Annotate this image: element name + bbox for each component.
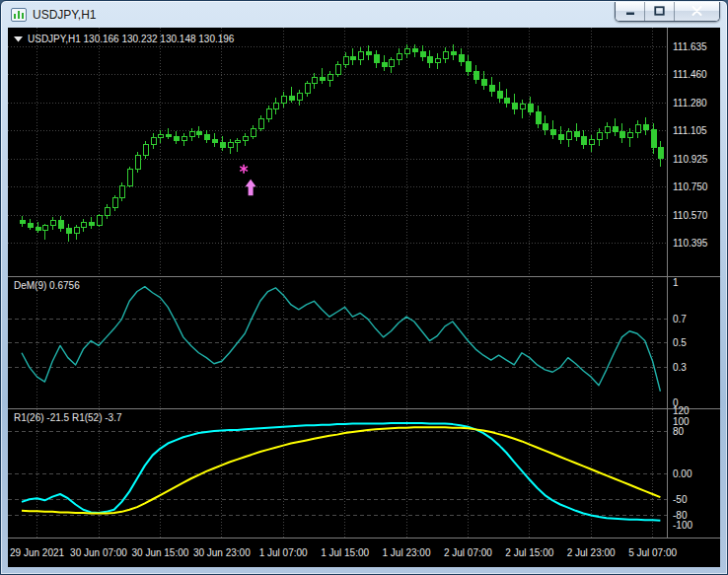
ohlc-info: USDJPY,H1 130.166 130.232 130.148 130.19…	[28, 34, 235, 44]
demarker-label: DeM(9) 0.6756	[14, 280, 80, 291]
svg-text:0.3: 0.3	[673, 362, 687, 373]
chart-background	[8, 28, 720, 567]
svg-text:2 Jul 07:00: 2 Jul 07:00	[444, 547, 492, 558]
minimize-icon	[625, 6, 635, 16]
oscillator-label: R1(26) -21.5 R1(52) -3.7	[14, 412, 122, 423]
svg-text:0.7: 0.7	[673, 314, 687, 324]
svg-text:0.00: 0.00	[673, 468, 692, 479]
mt4-chart-window: USDJPY,H1 111.635111.460111.280111.10511…	[0, 0, 728, 575]
chart-window-icon	[11, 7, 27, 23]
svg-text:111.280: 111.280	[673, 98, 707, 108]
maximize-icon	[654, 6, 665, 16]
minimize-button[interactable]	[616, 2, 644, 21]
window-controls	[615, 2, 720, 22]
svg-text:1 Jul 15:00: 1 Jul 15:00	[321, 547, 369, 558]
svg-text:110.925: 110.925	[673, 154, 708, 165]
window-titlebar[interactable]: USDJPY,H1	[8, 1, 720, 28]
svg-text:110.570: 110.570	[673, 210, 708, 221]
svg-text:-50: -50	[673, 494, 688, 505]
svg-text:29 Jun 2021: 29 Jun 2021	[10, 547, 64, 558]
svg-text:-80: -80	[673, 510, 688, 521]
chart-area: 111.635111.460111.280111.105110.925110.7…	[8, 28, 720, 571]
svg-text:2 Jul 15:00: 2 Jul 15:00	[505, 547, 553, 558]
svg-text:5 Jul 07:00: 5 Jul 07:00	[628, 547, 677, 558]
svg-text:120: 120	[673, 405, 690, 416]
maximize-button[interactable]	[644, 2, 674, 21]
svg-text:80: 80	[673, 426, 685, 437]
close-icon	[692, 6, 702, 16]
svg-text:100: 100	[673, 416, 690, 427]
svg-text:110.750: 110.750	[673, 181, 708, 192]
window-title: USDJPY,H1	[33, 8, 96, 22]
close-button[interactable]	[674, 2, 719, 21]
svg-text:0.5: 0.5	[673, 337, 687, 348]
svg-text:30 Jun 15:00: 30 Jun 15:00	[131, 547, 188, 558]
svg-text:30 Jun 23:00: 30 Jun 23:00	[193, 547, 251, 558]
svg-text:111.635: 111.635	[673, 41, 707, 52]
svg-text:111.105: 111.105	[673, 125, 707, 136]
svg-text:1: 1	[673, 277, 679, 288]
svg-text:111.460: 111.460	[673, 69, 707, 80]
svg-text:-100: -100	[673, 520, 692, 531]
svg-text:30 Jun 07:00: 30 Jun 07:00	[70, 547, 127, 558]
svg-text:1 Jul 07:00: 1 Jul 07:00	[259, 547, 308, 558]
chart-canvas[interactable]: 111.635111.460111.280111.105110.925110.7…	[8, 28, 720, 567]
svg-text:110.395: 110.395	[673, 238, 708, 249]
time-axis-labels: 29 Jun 202130 Jun 07:0030 Jun 15:0030 Ju…	[10, 547, 677, 558]
svg-text:2 Jul 23:00: 2 Jul 23:00	[567, 547, 616, 558]
svg-text:1 Jul 23:00: 1 Jul 23:00	[383, 547, 431, 558]
